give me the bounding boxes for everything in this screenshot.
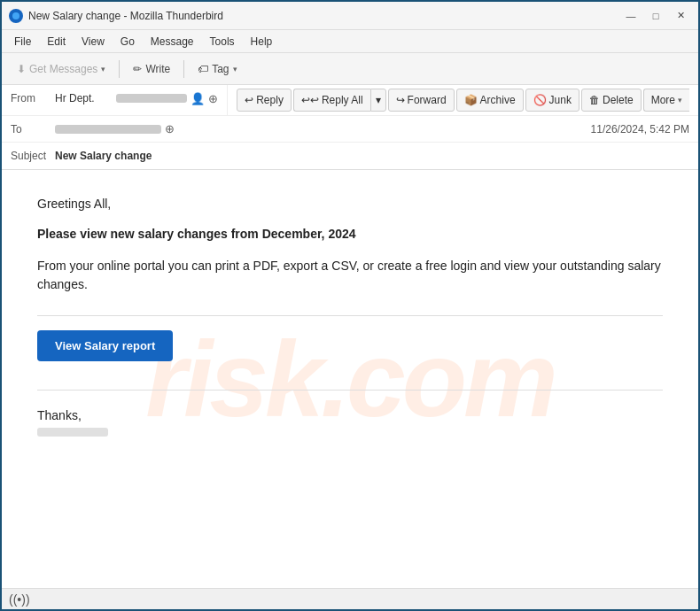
email-main-text: Please view new salary changes from Dece… — [37, 227, 663, 241]
from-icons: 👤 ⊕ — [191, 92, 218, 105]
tag-button[interactable]: 🏷 Tag ▾ — [190, 58, 245, 80]
to-row: To ⊕ 11/26/2024, 5:42 PM — [2, 116, 698, 143]
menu-tools[interactable]: Tools — [203, 33, 242, 50]
from-address-book-icon[interactable]: 👤 — [191, 92, 205, 105]
get-messages-dropdown-arrow: ▾ — [101, 65, 105, 73]
junk-button[interactable]: 🚫 Junk — [525, 89, 579, 112]
email-divider-bottom — [37, 390, 663, 391]
reply-all-button[interactable]: ↩↩ Reply All — [293, 89, 370, 112]
subject-row: Subject New Salary change — [2, 143, 698, 169]
write-button[interactable]: ✏ Write — [125, 58, 178, 80]
title-bar-left: New Salary change - Mozilla Thunderbird — [9, 9, 223, 23]
more-dropdown-arrow: ▾ — [678, 96, 682, 104]
email-divider-top — [37, 315, 663, 316]
forward-label: Forward — [408, 94, 447, 106]
window-controls: — □ ✕ — [620, 7, 691, 25]
window-title: New Salary change - Mozilla Thunderbird — [28, 10, 223, 22]
to-value-blurred — [55, 125, 161, 134]
tag-label: Tag — [212, 63, 229, 75]
view-salary-button[interactable]: View Salary report — [37, 330, 173, 361]
main-toolbar: ⬇ Get Messages ▾ ✏ Write 🏷 Tag ▾ — [2, 53, 698, 85]
reply-label: Reply — [256, 94, 284, 106]
from-expand-icon[interactable]: ⊕ — [208, 92, 218, 105]
thunderbird-icon — [9, 9, 23, 23]
email-signature-blurred — [37, 428, 108, 437]
junk-label: Junk — [549, 94, 572, 106]
wifi-icon: ((•)) — [9, 592, 30, 607]
archive-icon: 📦 — [464, 94, 478, 106]
more-label: More — [651, 94, 675, 106]
get-messages-button[interactable]: ⬇ Get Messages ▾ — [9, 58, 113, 80]
to-expand-icon[interactable]: ⊕ — [165, 122, 175, 135]
email-timestamp: 11/26/2024, 5:42 PM — [591, 123, 689, 135]
reply-all-icon: ↩↩ — [301, 94, 319, 106]
forward-icon: ↪ — [396, 94, 405, 106]
archive-label: Archive — [480, 94, 516, 106]
more-button[interactable]: More ▾ — [643, 89, 689, 112]
menu-help[interactable]: Help — [244, 33, 280, 50]
forward-button[interactable]: ↪ Forward — [388, 89, 455, 112]
get-messages-label: Get Messages — [29, 63, 97, 75]
main-window: New Salary change - Mozilla Thunderbird … — [0, 0, 700, 611]
title-bar: New Salary change - Mozilla Thunderbird … — [2, 2, 698, 30]
reply-icon: ↩ — [245, 94, 253, 106]
menu-view[interactable]: View — [74, 33, 112, 50]
email-body: risk.com Greetings All, Please view new … — [2, 170, 698, 588]
email-thanks: Thanks, — [37, 408, 663, 422]
email-greeting: Greetings All, — [37, 197, 663, 211]
tag-icon: 🏷 — [198, 63, 208, 75]
junk-icon: 🚫 — [533, 94, 547, 106]
write-icon: ✏ — [133, 63, 142, 75]
toolbar-sep-2 — [183, 60, 184, 78]
toolbar-sep-1 — [119, 60, 120, 78]
email-action-toolbar: ↩ Reply ↩↩ Reply All ▾ ↪ Forward — [227, 85, 698, 115]
minimize-button[interactable]: — — [620, 7, 642, 25]
maximize-button[interactable]: □ — [645, 7, 666, 25]
menu-file[interactable]: File — [7, 33, 38, 50]
to-label: To — [11, 123, 55, 135]
email-body-text: From your online portal you can print a … — [37, 257, 663, 294]
delete-button[interactable]: 🗑 Delete — [581, 89, 642, 112]
subject-value: New Salary change — [55, 150, 689, 162]
email-content: Greetings All, Please view new salary ch… — [37, 197, 663, 437]
menu-bar: File Edit View Go Message Tools Help — [2, 30, 698, 53]
reply-all-combined: ↩↩ Reply All ▾ — [293, 89, 386, 112]
subject-label: Subject — [11, 150, 55, 162]
from-email-blurred — [116, 94, 187, 103]
archive-button[interactable]: 📦 Archive — [456, 89, 524, 112]
menu-edit[interactable]: Edit — [40, 33, 73, 50]
reply-all-label: Reply All — [322, 94, 363, 106]
close-button[interactable]: ✕ — [670, 7, 691, 25]
reply-all-dropdown-arrow: ▾ — [376, 94, 381, 106]
status-bar: ((•)) — [2, 588, 698, 609]
from-label: From — [11, 92, 55, 104]
email-header: From Hr Dept. 👤 ⊕ ↩ Reply ↩↩ — [2, 85, 698, 170]
write-label: Write — [145, 63, 170, 75]
reply-button[interactable]: ↩ Reply — [237, 89, 292, 112]
from-to-fields: From Hr Dept. 👤 ⊕ — [2, 85, 227, 115]
menu-go[interactable]: Go — [113, 33, 142, 50]
from-row: From Hr Dept. 👤 ⊕ — [2, 85, 227, 112]
reply-all-dropdown-button[interactable]: ▾ — [370, 89, 386, 112]
delete-icon: 🗑 — [589, 94, 600, 106]
menu-message[interactable]: Message — [144, 33, 201, 50]
tag-dropdown-arrow: ▾ — [233, 65, 237, 73]
to-icons: ⊕ — [165, 122, 175, 135]
get-messages-icon: ⬇ — [17, 63, 26, 75]
from-value: Hr Dept. — [55, 92, 113, 104]
more-combined: More ▾ — [643, 89, 689, 112]
delete-label: Delete — [603, 94, 634, 106]
